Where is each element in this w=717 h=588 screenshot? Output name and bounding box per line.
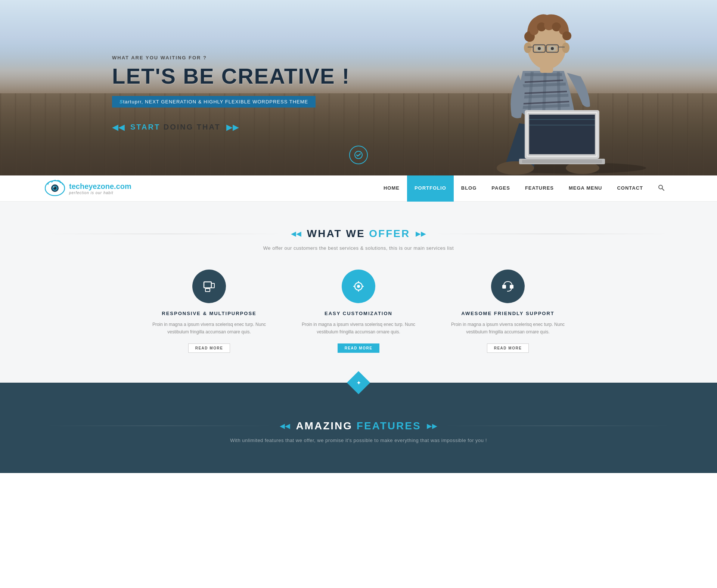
- navbar: techeyezone.com perfection is our habit …: [0, 175, 717, 202]
- nav-item-portfolio[interactable]: PORTFOLIO: [407, 175, 454, 202]
- logo-name-3: .com: [114, 182, 131, 190]
- offer-icon-1: [192, 270, 226, 303]
- nav-item-home[interactable]: HOME: [376, 175, 407, 202]
- hero-tagline: Startuprr, NEXT GENERATION & HIGHLY FLEX…: [112, 96, 316, 108]
- logo[interactable]: techeyezone.com perfection is our habit: [45, 178, 131, 199]
- logo-name: techeyezone.com: [69, 182, 131, 191]
- offer-icon-3: [491, 270, 525, 303]
- features-subtitle: With unlimited features that we offer, w…: [45, 438, 672, 443]
- read-more-btn-3[interactable]: READ MORE: [487, 343, 529, 353]
- offer-card-desc-3: Proin in magna a ipsum viverra scelerisq…: [448, 321, 568, 336]
- offer-section: ◀◀ WHAT WE OFFER ▶▶ We offer our custome…: [0, 202, 717, 383]
- features-divider-left: [45, 426, 274, 426]
- read-more-btn-1[interactable]: READ MORE: [188, 343, 230, 353]
- divider-right: [432, 234, 672, 234]
- responsive-icon: [202, 280, 216, 293]
- search-icon: [658, 184, 665, 191]
- hero-section: WHAT ARE YOU WAITING FOR ? LET'S BE CREA…: [0, 0, 717, 175]
- logo-name-1: tech: [69, 182, 84, 190]
- tagline-rest: , NEXT GENERATION & HIGHLY FLEXIBLE WORD…: [142, 99, 308, 105]
- svg-point-54: [357, 285, 360, 288]
- checkmark-icon: [354, 151, 363, 159]
- offer-title-2: OFFER: [369, 228, 410, 239]
- support-icon: [501, 280, 515, 293]
- cta-start: START: [130, 123, 160, 131]
- offer-arrow-left: ◀◀: [291, 230, 301, 238]
- offer-subtitle: We offer our customers the best services…: [45, 245, 672, 251]
- features-divider-right: [443, 426, 672, 426]
- nav-search-btn[interactable]: [651, 175, 672, 202]
- cta-arrow-right: ▶▶: [226, 122, 239, 132]
- features-title: AMAZING FEATURES: [296, 420, 421, 432]
- svg-point-30: [551, 47, 554, 50]
- svg-point-22: [524, 43, 531, 53]
- svg-rect-49: [204, 282, 211, 288]
- hero-cta: ◀◀ START DOING THAT ▶▶: [112, 122, 350, 132]
- offer-title: WHAT WE OFFER: [307, 228, 410, 240]
- cta-arrow-left: ◀◀: [112, 122, 125, 132]
- hero-person: [467, 4, 661, 175]
- offer-card-title-3: AWESOME FRIENDLY SUPPORT: [448, 311, 568, 316]
- logo-icon: [45, 178, 65, 199]
- tagline-brand: tartuprr: [123, 99, 142, 105]
- svg-point-21: [562, 31, 571, 40]
- offer-grid: RESPONSIVE & MULTIPURPOSE Proin in magna…: [45, 270, 672, 353]
- nav-item-contact[interactable]: CONTACT: [609, 175, 651, 202]
- offer-title-wrapper: ◀◀ WHAT WE OFFER ▶▶: [45, 228, 672, 240]
- svg-rect-40: [522, 160, 602, 163]
- offer-arrow-right: ▶▶: [416, 230, 426, 238]
- offer-card-desc-2: Proin in magna a ipsum viverra scelerisq…: [299, 321, 418, 336]
- offer-card-title-1: RESPONSIVE & MULTIPURPOSE: [149, 311, 269, 316]
- nav-item-features[interactable]: FEATURES: [518, 175, 561, 202]
- cta-text: START DOING THAT: [130, 123, 221, 131]
- hero-scroll[interactable]: [349, 146, 368, 164]
- customize-icon: [352, 280, 365, 293]
- svg-rect-36: [529, 115, 595, 154]
- svg-point-23: [562, 43, 569, 53]
- offer-card-3: AWESOME FRIENDLY SUPPORT Proin in magna …: [448, 270, 568, 353]
- offer-card-desc-1: Proin in magna a ipsum viverra scelerisq…: [149, 321, 269, 336]
- svg-point-29: [538, 47, 541, 50]
- nav-item-blog[interactable]: BLOG: [454, 175, 484, 202]
- offer-card-1: RESPONSIVE & MULTIPURPOSE Proin in magna…: [149, 270, 269, 353]
- features-title-wrapper: ◀◀ AMAZING FEATURES ▶▶: [45, 420, 672, 432]
- svg-line-48: [662, 189, 664, 190]
- logo-tagline: perfection is our habit: [69, 191, 131, 195]
- features-title-1: AMAZING: [296, 420, 356, 432]
- offer-card-2: EASY CUSTOMIZATION Proin in magna a ipsu…: [299, 270, 418, 353]
- hero-content: WHAT ARE YOU WAITING FOR ? LET'S BE CREA…: [0, 32, 350, 143]
- hero-title: LET'S BE CREATIVE !: [112, 63, 350, 88]
- tagline-s: S: [120, 99, 123, 105]
- hero-subtitle: WHAT ARE YOU WAITING FOR ?: [112, 55, 350, 60]
- logo-name-2: eyezone: [84, 182, 114, 190]
- logo-text: techeyezone.com perfection is our habit: [69, 182, 131, 195]
- offer-title-1: WHAT WE: [307, 228, 369, 239]
- features-title-2: FEATURES: [357, 420, 421, 432]
- svg-point-46: [53, 186, 55, 188]
- scroll-circle[interactable]: [349, 146, 368, 164]
- features-arrow-left: ◀◀: [280, 422, 290, 430]
- diamond-icon: ✦: [356, 379, 361, 386]
- features-arrow-right: ▶▶: [427, 422, 437, 430]
- nav-menu: HOME PORTFOLIO BLOG PAGES FEATURES MEGA …: [376, 175, 672, 202]
- nav-item-pages[interactable]: PAGES: [484, 175, 518, 202]
- offer-icon-2: [342, 270, 375, 303]
- read-more-btn-2[interactable]: READ MORE: [338, 343, 380, 353]
- svg-rect-51: [205, 289, 210, 292]
- cta-rest: DOING THAT: [160, 123, 221, 131]
- offer-card-title-2: EASY CUSTOMIZATION: [299, 311, 418, 316]
- nav-item-mega-menu[interactable]: MEGA MENU: [561, 175, 609, 202]
- divider-left: [45, 234, 285, 234]
- features-section: ✦ ◀◀ AMAZING FEATURES ▶▶ With unlimited …: [0, 383, 717, 473]
